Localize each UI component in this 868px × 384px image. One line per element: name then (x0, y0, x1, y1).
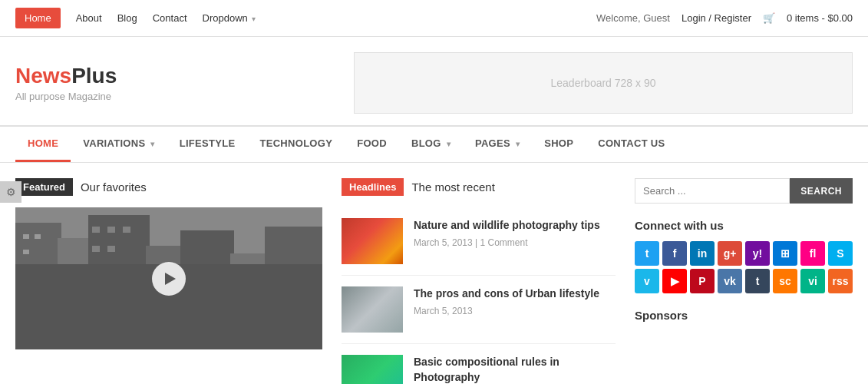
pages-arrow-icon: ▾ (516, 140, 520, 148)
main-nav-technology[interactable]: TECHNOLOGY (247, 127, 345, 162)
svg-rect-5 (180, 230, 234, 349)
thumb-nature-image (342, 218, 403, 264)
article-thumb-urban[interactable] (342, 286, 403, 333)
search-input[interactable] (635, 178, 790, 204)
thumb-photo-image (342, 355, 403, 384)
main-nav: HOME VARIATIONS ▾ LIFESTYLE TECHNOLOGY F… (0, 125, 868, 163)
brand-name: NewsPlus (15, 62, 117, 90)
svg-rect-2 (58, 238, 92, 349)
variations-arrow-icon: ▾ (150, 140, 154, 148)
headlines-header: Headlines The most recent (342, 178, 616, 196)
main-nav-shop[interactable]: SHOP (532, 127, 586, 162)
facebook-icon[interactable]: f (662, 241, 687, 266)
svg-rect-13 (107, 227, 115, 233)
main-nav-variations[interactable]: VARIATIONS ▾ (71, 127, 167, 162)
featured-section: Featured Our favorites (15, 178, 322, 384)
search-box: SEARCH (635, 178, 853, 204)
svg-rect-21 (176, 319, 187, 334)
featured-header: Featured Our favorites (15, 178, 322, 196)
vine-icon[interactable]: vi (800, 269, 825, 293)
gear-icon: ⚙ (6, 186, 16, 198)
svg-rect-15 (92, 246, 100, 252)
top-nav-blog[interactable]: Blog (117, 12, 137, 24)
googleplus-icon[interactable]: g+ (718, 241, 742, 266)
article-thumb-nature[interactable] (342, 218, 403, 264)
svg-rect-20 (163, 320, 174, 334)
flickr-icon[interactable]: fl (800, 241, 825, 266)
svg-rect-10 (35, 234, 41, 239)
main-nav-home[interactable]: HOME (15, 127, 71, 162)
svg-rect-11 (23, 250, 29, 254)
svg-rect-8 (15, 323, 322, 349)
svg-rect-3 (88, 215, 150, 349)
cart-link[interactable]: 0 items - $0.00 (787, 12, 853, 24)
headlines-badge: Headlines (342, 178, 404, 196)
twitter-icon[interactable]: t (635, 241, 659, 266)
logo[interactable]: NewsPlus All purpose Magazine (15, 62, 117, 103)
svg-rect-16 (107, 246, 115, 252)
top-nav-dropdown[interactable]: Dropdown ▾ (203, 12, 256, 24)
settings-gear-icon[interactable]: ⚙ (0, 181, 21, 203)
article-info: The pros and cons of Urban lifestyle Mar… (414, 286, 616, 316)
youtube-icon[interactable]: ▶ (662, 269, 687, 293)
featured-image[interactable] (15, 207, 322, 349)
headlines-section: Headlines The most recent Nature and wil… (342, 178, 616, 384)
skype-icon[interactable]: S (828, 241, 853, 266)
article-title[interactable]: Basic compositional rules in Photography (414, 355, 616, 384)
main-nav-food[interactable]: FOOD (345, 127, 399, 162)
thumb-urban-image (342, 286, 403, 333)
cart-icon: 🛒 (763, 12, 775, 24)
svg-rect-9 (23, 234, 29, 239)
tumblr-icon[interactable]: t (745, 269, 770, 293)
svg-rect-14 (123, 227, 130, 233)
sponsors-title: Sponsors (635, 309, 853, 322)
main-nav-contact-us[interactable]: CONTACT US (586, 127, 677, 162)
svg-rect-22 (189, 321, 198, 334)
brand-tagline: All purpose Magazine (15, 91, 117, 104)
article-thumb-photo[interactable] (342, 355, 403, 384)
rss-icon[interactable]: rss (828, 269, 853, 293)
brand-plus: Plus (71, 64, 117, 88)
linkedin-icon[interactable]: in (690, 241, 715, 266)
svg-rect-18 (163, 301, 175, 324)
sidebar: SEARCH Connect with us t f in g+ y! ⊞ fl… (635, 178, 853, 384)
svg-rect-6 (230, 253, 269, 349)
vimeo-icon[interactable]: v (635, 269, 659, 293)
logo-area: NewsPlus All purpose Magazine Leaderboar… (0, 37, 868, 125)
article-date: March 5, 2013 (414, 237, 473, 248)
connect-title: Connect with us (635, 219, 853, 232)
dropdown-arrow-icon: ▾ (252, 15, 256, 23)
pinterest-icon[interactable]: P (690, 269, 715, 293)
top-nav-about[interactable]: About (76, 12, 102, 24)
content-wrapper: Featured Our favorites (0, 163, 868, 384)
article-comments: 1 Comment (480, 237, 528, 248)
soundcloud-icon[interactable]: sc (773, 269, 797, 293)
featured-badge: Featured (15, 178, 73, 196)
svg-rect-19 (150, 319, 162, 334)
main-nav-pages[interactable]: PAGES ▾ (463, 127, 532, 162)
search-button[interactable]: SEARCH (790, 178, 853, 204)
login-register-link[interactable]: Login / Register (682, 12, 751, 24)
main-nav-lifestyle[interactable]: LIFESTYLE (167, 127, 248, 162)
article-meta: March 5, 2013 | 1 Comment (414, 237, 616, 248)
top-nav: Home About Blog Contact Dropdown ▾ (15, 8, 256, 28)
welcome-text: Welcome, Guest (596, 12, 670, 24)
top-bar: Home About Blog Contact Dropdown ▾ Welco… (0, 0, 868, 37)
article-info: Nature and wildlife photography tips Mar… (414, 218, 616, 248)
windows-icon[interactable]: ⊞ (773, 241, 797, 266)
vk-icon[interactable]: vk (718, 269, 742, 293)
social-grid: t f in g+ y! ⊞ fl S v ▶ P vk t sc vi rss (635, 241, 853, 293)
article-title[interactable]: Nature and wildlife photography tips (414, 218, 616, 233)
top-nav-contact[interactable]: Contact (153, 12, 187, 24)
headlines-section-title: The most recent (411, 180, 494, 194)
yahoo-icon[interactable]: y! (745, 241, 770, 266)
svg-rect-12 (92, 227, 100, 233)
article-date: March 5, 2013 (414, 306, 473, 316)
article-item: The pros and cons of Urban lifestyle Mar… (342, 276, 616, 344)
svg-rect-1 (15, 223, 61, 349)
play-button[interactable] (152, 262, 186, 296)
main-nav-blog[interactable]: BLOG ▾ (399, 127, 463, 162)
leaderboard-banner: Leaderboard 728 x 90 (354, 52, 853, 114)
top-nav-home[interactable]: Home (15, 8, 61, 28)
article-title[interactable]: The pros and cons of Urban lifestyle (414, 286, 616, 302)
